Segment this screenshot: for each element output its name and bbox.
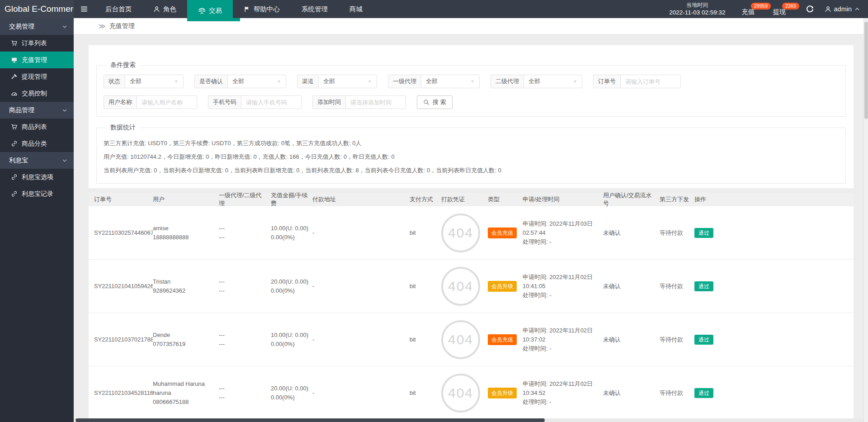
user-menu[interactable]: admin <box>825 5 860 13</box>
sidebar-toggle-button[interactable] <box>74 0 94 18</box>
sidebar-item-9[interactable]: 利息宝选项 <box>0 169 74 185</box>
action-cell: 通过 <box>694 366 854 419</box>
time-cell: 申请时间: 2022年11月02日 10:41:05处理时间: - <box>523 260 603 313</box>
filter-label: 一级代理 <box>388 75 421 88</box>
amount-cell: 10.00(U: 0.00)0.00(0%) <box>271 313 312 366</box>
table-row: SY2211021041059426Tristan9289624362-----… <box>89 260 854 313</box>
sidebar-item-4[interactable]: 交易控制 <box>0 85 74 102</box>
user-phone: 18888888888 <box>153 233 215 242</box>
user-phone: 08066675188 <box>153 398 215 407</box>
orders-table-card: 订单号用户一级代理/二级代理充值金额/手续费付款地址支付方式打款凭证类型申请/处… <box>89 193 854 422</box>
nav-tab-label: 交易 <box>209 6 222 15</box>
user-cell: Muhammad Haruna haruna08066675188 <box>153 366 219 419</box>
search-button[interactable]: 搜 索 <box>417 95 453 109</box>
nav-tab-1[interactable]: 角色 <box>142 0 187 18</box>
approve-button[interactable]: 通过 <box>694 388 713 398</box>
filter-label: 渠道 <box>297 75 319 88</box>
filter-select[interactable]: 全部 <box>125 75 183 88</box>
stats-fieldset: 数据统计 第三方累计充值: USDT0，第三方手续费: USDT0，第三方成功收… <box>96 128 846 184</box>
cart-icon <box>11 40 18 47</box>
filter-input[interactable] <box>137 96 197 109</box>
header-right: 当地时间 2022-11-03 02:59:32 充值 29959 提现 236… <box>669 0 868 18</box>
order-no-cell: SY2211030257446067 <box>94 206 153 259</box>
sidebar-group-8[interactable]: 利息宝 <box>0 152 74 169</box>
nav-tab-2[interactable]: 交易 <box>187 0 233 21</box>
agents-cell: ------ <box>219 366 271 419</box>
pay-address-cell: - <box>312 366 410 419</box>
column-header-0: 订单号 <box>94 193 153 206</box>
sidebar-group-0[interactable]: 交易管理 <box>0 18 74 35</box>
user-cell: amise18888888888 <box>153 206 219 259</box>
refresh-button[interactable] <box>806 5 814 13</box>
search-button-label: 搜 索 <box>433 98 446 106</box>
voucher-cell: 404 <box>441 313 488 366</box>
link-icon <box>11 174 18 180</box>
pay-address-cell: - <box>312 206 410 259</box>
stats-line-2: 当前列表用户充值: 0，当前列表今日新增充值: 0，当前列表昨日新增充值: 0，… <box>104 166 839 175</box>
column-header-1: 用户 <box>153 193 219 206</box>
withdraw-counter[interactable]: 提现 2369 <box>770 2 802 16</box>
user-name: Dende <box>153 331 215 340</box>
voucher-404-image: 404 <box>441 267 480 306</box>
sidebar: 交易管理订单列表充值管理提现管理交易控制商品管理商品列表商品分类利息宝利息宝选项… <box>0 18 74 422</box>
sidebar-item-3[interactable]: 提现管理 <box>0 68 74 85</box>
sidebar-item-1[interactable]: 订单列表 <box>0 35 74 52</box>
flag-icon <box>244 6 250 13</box>
filter-label: 手机号码 <box>208 96 241 109</box>
filter-添加时间: 添加时间 <box>312 95 406 109</box>
filter-select[interactable]: 全部 <box>319 75 377 88</box>
column-header-3: 充值金额/手续费 <box>271 193 312 206</box>
confirm-cell: 未确认 <box>603 313 660 366</box>
sidebar-item-2[interactable]: 充值管理 <box>0 52 74 68</box>
filter-row-1: 状态全部是否确认全部渠道全部一级代理全部二级代理全部订单号 <box>104 75 839 88</box>
filter-select[interactable]: 全部 <box>524 75 582 88</box>
nav-tab-4[interactable]: 系统管理 <box>291 0 339 18</box>
stats-fieldset-legend: 数据统计 <box>106 123 140 132</box>
sidebar-item-7[interactable]: 商品分类 <box>0 135 74 152</box>
app-logo: Global E-Commerce... <box>0 0 74 18</box>
filter-select[interactable]: 全部 <box>421 75 479 88</box>
approve-button[interactable]: 通过 <box>694 335 713 345</box>
caret-down-icon <box>368 79 372 84</box>
filter-是否确认: 是否确认全部 <box>194 75 286 88</box>
scales-icon <box>198 7 206 14</box>
filter-手机号码: 手机号码 <box>208 95 302 109</box>
chevron-up-icon <box>854 6 860 12</box>
filter-input[interactable] <box>241 96 301 109</box>
horizontal-scrollbar-thumb[interactable] <box>75 418 545 422</box>
nav-tab-0[interactable]: 后台首页 <box>94 0 142 18</box>
voucher-404-image: 404 <box>441 213 480 252</box>
filter-用户名称: 用户名称 <box>104 95 197 109</box>
user-name: amise <box>153 224 215 233</box>
stats-line-1: 用户充值: 10120744.2，今日新增充值: 0，昨日新增充值: 0，充值人… <box>104 152 839 161</box>
user-name: Muhammad Haruna haruna <box>153 379 215 398</box>
caret-down-icon <box>573 79 577 84</box>
recharge-counter[interactable]: 充值 29959 <box>739 2 770 16</box>
breadcrumb-separator-icon: ≫ <box>99 22 106 30</box>
user-cell: Tristan9289624362 <box>153 260 219 313</box>
column-header-11: 操作 <box>694 193 854 206</box>
pay-method-cell: bit <box>410 366 441 419</box>
approve-button[interactable]: 通过 <box>694 228 713 238</box>
amount-cell: 20.00(U: 0.00)0.00(0%) <box>271 260 312 313</box>
recharge-count-badge: 29959 <box>751 3 771 9</box>
nav-tab-3[interactable]: 帮助中心 <box>233 0 291 18</box>
action-cell: 通过 <box>694 206 854 259</box>
approve-button[interactable]: 通过 <box>694 281 713 291</box>
filter-input[interactable] <box>346 96 406 109</box>
nav-tab-label: 商城 <box>349 5 363 14</box>
third-party-cell: 等待付款 <box>660 260 694 313</box>
hamburger-icon <box>80 5 88 13</box>
stats-line-0: 第三方累计充值: USDT0，第三方手续费: USDT0，第三方成功收款: 0笔… <box>104 139 839 148</box>
type-cell: 会员升级 <box>488 260 523 313</box>
process-time: 处理时间: - <box>523 344 599 353</box>
vertical-scrollbar-thumb[interactable] <box>864 22 868 119</box>
sidebar-item-10[interactable]: 利息宝记录 <box>0 185 74 202</box>
column-header-10: 第三方下发 <box>660 193 694 206</box>
nav-tab-5[interactable]: 商城 <box>339 0 373 18</box>
sidebar-group-5[interactable]: 商品管理 <box>0 102 74 119</box>
time-cell: 申请时间: 2022年11月03日 02:57:44处理时间: - <box>523 206 603 259</box>
sidebar-item-6[interactable]: 商品列表 <box>0 119 74 135</box>
filter-select[interactable]: 全部 <box>228 75 286 88</box>
filter-input[interactable] <box>621 75 680 88</box>
